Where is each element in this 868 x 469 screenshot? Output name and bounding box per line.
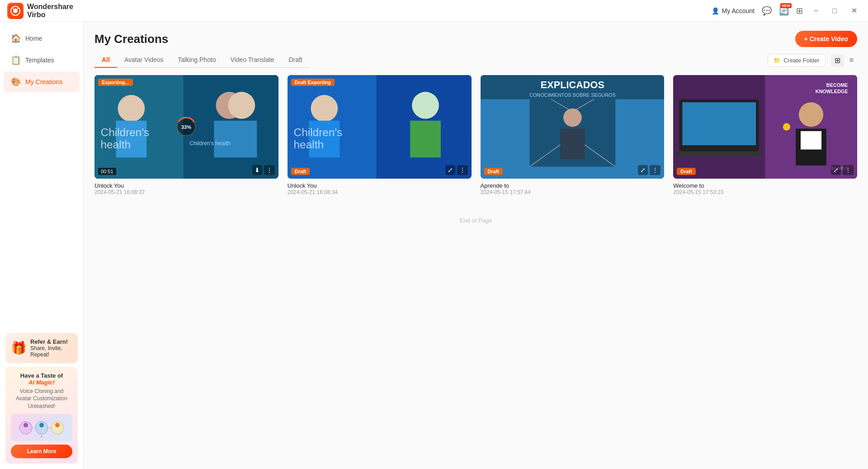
more-icon-3[interactable]: ⋮: [650, 165, 660, 175]
svg-rect-48: [676, 152, 762, 156]
folder-icon: 📁: [774, 57, 781, 64]
app-body: 🏠 Home 📋 Templates 🎨 My Creations 🎁 Refe…: [0, 22, 868, 469]
svg-point-8: [55, 423, 60, 427]
svg-text:CONOCIMIENTOS SOBRE SEGUROS: CONOCIMIENTOS SOBRE SEGUROS: [529, 92, 616, 98]
chat-icon[interactable]: 💬: [762, 6, 772, 16]
templates-icon: 📋: [11, 55, 21, 65]
card-title-2: Unlock You: [288, 182, 338, 189]
page-title: My Creations: [94, 32, 168, 46]
learn-more-button[interactable]: Learn More: [11, 445, 72, 458]
video-card-3[interactable]: EXPLICADOS CONOCIMIENTOS SOBRE SEGUROS D…: [481, 75, 665, 197]
tab-draft[interactable]: Draft: [282, 52, 310, 68]
sidebar-item-templates[interactable]: 📋 Templates: [4, 50, 80, 71]
download-icon[interactable]: ⬇: [252, 165, 262, 175]
home-icon: 🏠: [11, 33, 21, 43]
expand-icon-4[interactable]: ⤢: [831, 165, 841, 175]
sidebar-item-my-creations[interactable]: 🎨 My Creations: [4, 71, 80, 92]
refer-card[interactable]: 🎁 Refer & Earn! Share, Invite, Repeat!: [5, 333, 78, 363]
my-account-button[interactable]: 👤 My Account: [712, 7, 755, 14]
expand-icon-3[interactable]: ⤢: [638, 165, 648, 175]
svg-rect-47: [683, 102, 756, 145]
video-thumb-1: Children's health Children's health Expo…: [94, 75, 278, 179]
progress-circle: 33%: [175, 115, 198, 138]
duration-badge: 00:51: [98, 168, 116, 175]
svg-point-53: [783, 123, 790, 130]
top-bar: My Creations + Create Video: [84, 22, 868, 52]
svg-text:33%: 33%: [181, 124, 191, 130]
grid-icon[interactable]: ⊞: [796, 6, 803, 16]
grid-view-button[interactable]: ⊞: [831, 54, 844, 66]
app-name: Wondershare Virbo: [27, 3, 73, 19]
draft-badge-2: Draft: [291, 168, 310, 175]
video-thumb-3: EXPLICADOS CONOCIMIENTOS SOBRE SEGUROS D…: [481, 75, 665, 179]
view-toggle: ⊞ ≡: [831, 54, 857, 66]
svg-point-50: [799, 102, 823, 127]
svg-point-19: [228, 92, 255, 119]
tab-bar: All Avatar Videos Talking Photo Video Tr…: [94, 52, 310, 68]
video-thumb-4: BECOME KNOWLEDGE $1,895.5 Draft ⤢ ⋮: [673, 75, 857, 179]
app-logo: [7, 3, 24, 19]
creations-icon: 🎨: [11, 77, 21, 87]
svg-point-31: [412, 92, 439, 119]
video-thumb-2: Children's health Draft Exporting Draft …: [288, 75, 472, 179]
tab-talking[interactable]: Talking Photo: [171, 52, 223, 68]
svg-text:EXPLICADOS: EXPLICADOS: [540, 79, 604, 90]
close-button[interactable]: ✕: [848, 5, 861, 17]
card-date-3: 2024-05-15 17:57:44: [481, 189, 531, 195]
maximize-button[interactable]: □: [829, 5, 840, 17]
svg-point-40: [563, 109, 582, 127]
ai-magic-card[interactable]: Have a Taste of AI Magic! Voice Cloning …: [5, 367, 78, 464]
account-icon: 👤: [712, 7, 719, 14]
ai-card-visual: ✦: [11, 414, 72, 441]
svg-rect-52: [801, 131, 821, 150]
more-icon-2[interactable]: ⋮: [457, 165, 468, 175]
svg-text:health: health: [101, 138, 131, 151]
sidebar-bottom: 🎁 Refer & Earn! Share, Invite, Repeat! H…: [0, 327, 83, 469]
title-bar: Wondershare Virbo 👤 My Account 💬 🔄 NEW ⊞…: [0, 0, 868, 22]
card-title-3: Aprende to: [481, 182, 531, 189]
filter-right: 📁 Create Folder ⊞ ≡: [768, 54, 857, 67]
tab-translate[interactable]: Video Translate: [223, 52, 282, 68]
filter-bar: All Avatar Videos Talking Photo Video Tr…: [84, 52, 868, 75]
svg-point-27: [311, 95, 338, 122]
svg-rect-32: [410, 121, 441, 157]
card-title-1: Unlock You: [94, 182, 145, 189]
card-date-1: 2024-05-21 16:08:37: [94, 189, 145, 195]
sidebar-nav: 🏠 Home 📋 Templates 🎨 My Creations: [0, 22, 83, 327]
svg-text:Children's: Children's: [293, 126, 342, 138]
more-icon-1[interactable]: ⋮: [264, 165, 275, 175]
svg-point-6: [24, 423, 28, 427]
svg-text:Children's: Children's: [101, 126, 150, 138]
title-bar-right: 👤 My Account 💬 🔄 NEW ⊞ − □ ✕: [712, 5, 861, 17]
videos-grid: Children's health Children's health Expo…: [94, 75, 857, 208]
create-video-button[interactable]: + Create Video: [795, 31, 857, 47]
svg-rect-41: [560, 128, 585, 159]
draft-badge-4: Draft: [677, 168, 696, 175]
svg-text:health: health: [293, 138, 323, 151]
svg-text:BECOME: BECOME: [826, 82, 848, 88]
sidebar-item-home[interactable]: 🏠 Home: [4, 28, 80, 49]
exporting-badge: Exporting...: [98, 79, 133, 86]
svg-text:Children's health: Children's health: [189, 140, 230, 147]
main-content: My Creations + Create Video All Avatar V…: [84, 22, 868, 469]
create-folder-button[interactable]: 📁 Create Folder: [768, 54, 825, 67]
svg-rect-20: [214, 121, 257, 157]
app-branding: Wondershare Virbo: [7, 3, 73, 19]
video-card-4[interactable]: BECOME KNOWLEDGE $1,895.5 Draft ⤢ ⋮: [673, 75, 857, 197]
minimize-button[interactable]: −: [810, 5, 821, 17]
video-card-2[interactable]: Children's health Draft Exporting Draft …: [288, 75, 472, 197]
tab-avatar[interactable]: Avatar Videos: [117, 52, 171, 68]
new-badge: NEW: [780, 3, 792, 8]
card-title-4: Welcome to: [673, 182, 723, 189]
video-card-1[interactable]: Children's health Children's health Expo…: [94, 75, 278, 197]
expand-icon-2[interactable]: ⤢: [445, 165, 455, 175]
svg-point-14: [118, 95, 145, 122]
card-date-4: 2024-05-15 17:53:23: [673, 189, 723, 195]
refresh-icon[interactable]: 🔄 NEW: [779, 6, 789, 16]
list-view-button[interactable]: ≡: [846, 54, 857, 66]
gift-icon: 🎁: [11, 341, 27, 355]
more-icon-4[interactable]: ⋮: [843, 165, 854, 175]
tab-all[interactable]: All: [94, 52, 117, 68]
sidebar: 🏠 Home 📋 Templates 🎨 My Creations 🎁 Refe…: [0, 22, 84, 469]
draft-badge-3: Draft: [484, 168, 503, 175]
